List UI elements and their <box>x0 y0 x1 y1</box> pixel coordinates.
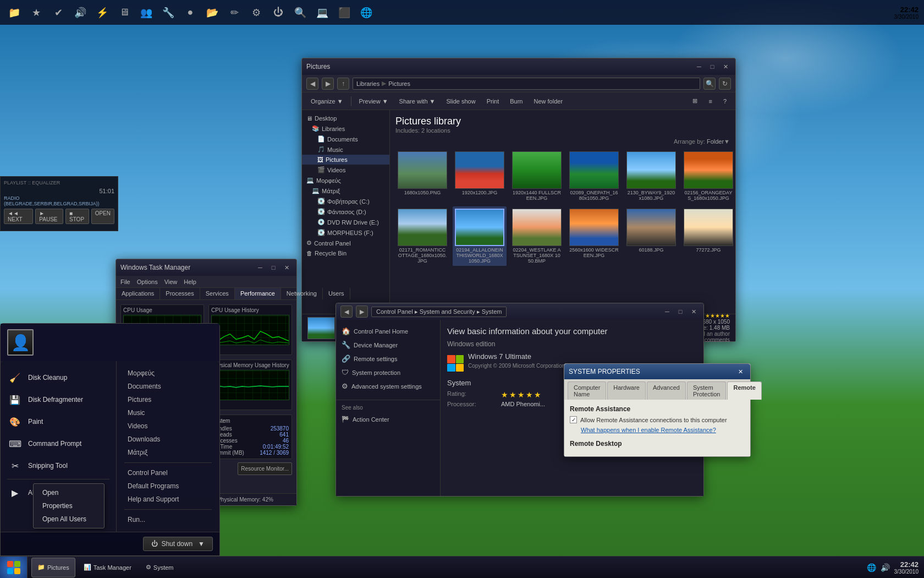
forward-button[interactable]: ▶ <box>322 78 334 90</box>
cp-forward-button[interactable]: ▶ <box>356 306 368 318</box>
photo-item[interactable]: 02204_WESTLAKE ATSUNSET_1680X 1050.BMP <box>510 206 564 266</box>
audio-pause-btn[interactable]: ► PAUSE <box>35 209 63 224</box>
start-button[interactable] <box>0 557 28 579</box>
cp-sidebar-system-protection[interactable]: 🛡 System protection <box>336 366 440 379</box>
toolbar-icon-power[interactable]: ⏻ <box>270 4 287 21</box>
start-right-help[interactable]: Help and Support <box>124 493 212 506</box>
details-button[interactable]: ≡ <box>704 96 716 106</box>
taskbar-app-explorer[interactable]: 📁 Pictures <box>31 558 75 577</box>
start-right-matrix[interactable]: Μάτριξ <box>124 446 212 459</box>
tm-tab-applications[interactable]: Applications <box>116 288 160 299</box>
tm-maximize-button[interactable]: □ <box>268 263 279 272</box>
help-button[interactable]: ? <box>719 96 731 106</box>
preview-button[interactable]: Preview ▼ <box>355 96 393 106</box>
minimize-button[interactable]: ─ <box>694 62 705 71</box>
remote-assistance-link[interactable]: What happens when I enable Remote Assist… <box>581 427 745 433</box>
toolbar-icon-monitor[interactable]: 🖥 <box>116 4 133 21</box>
photo-item[interactable]: 924x578.PNG <box>395 149 449 203</box>
sp-close[interactable]: ✕ <box>735 367 746 376</box>
start-item-snipping-tool[interactable]: ✂ Snipping Tool <box>1 455 116 477</box>
toolbar-icon-folder[interactable]: 📁 <box>6 4 23 21</box>
tm-minimize-button[interactable]: ─ <box>255 263 266 272</box>
refresh-button[interactable]: ↻ <box>719 78 731 90</box>
tm-menu-view[interactable]: View <box>164 279 178 285</box>
burn-button[interactable]: Burn <box>505 96 527 106</box>
toolbar-icon-check[interactable]: ✔ <box>50 4 67 21</box>
cp-action-center[interactable]: 🏁 Action Center <box>342 413 440 426</box>
sidebar-matrix[interactable]: 💻 Μάτριξ <box>302 186 389 196</box>
sidebar-documents[interactable]: 📄 Documents <box>302 134 389 144</box>
maximize-button[interactable]: □ <box>707 62 718 71</box>
sidebar-pictures[interactable]: 🖼 Pictures <box>302 155 389 165</box>
close-button[interactable]: ✕ <box>720 62 731 71</box>
context-properties[interactable]: Properties <box>34 499 104 512</box>
toolbar-icon-disc[interactable]: ● <box>182 4 199 21</box>
cp-sidebar-device-manager[interactable]: 🔧 Device Manager <box>336 338 440 352</box>
up-button[interactable]: ↑ <box>337 78 349 90</box>
breadcrumb-bar[interactable]: Libraries ▶ Pictures <box>353 78 700 90</box>
tm-menu-help[interactable]: Help <box>184 279 196 285</box>
context-open-all-users[interactable]: Open All Users <box>34 512 104 526</box>
tm-menu-file[interactable]: File <box>120 279 130 285</box>
sidebar-recycle-bin[interactable]: 🗑 Recycle Bin <box>302 248 389 258</box>
share-button[interactable]: Share with ▼ <box>395 96 440 106</box>
sp-tab-remote[interactable]: Remote <box>727 381 761 400</box>
cp-maximize[interactable]: □ <box>675 307 686 316</box>
sidebar-libraries[interactable]: 📚 Libraries <box>302 123 389 134</box>
start-right-morpheus[interactable]: Μορφεύς <box>124 367 212 380</box>
tm-menu-options[interactable]: Options <box>137 279 158 285</box>
arrange-value[interactable]: Folder <box>707 138 724 145</box>
sp-tab-system-protection[interactable]: System Protection <box>687 381 727 400</box>
photo-item-selected[interactable]: 02194_ALLALONEIN THISWORLD_1680X 1050.JP… <box>453 206 507 266</box>
start-item-paint[interactable]: 🎨 Paint <box>1 411 116 433</box>
start-right-default-programs[interactable]: Default Programs <box>124 479 212 493</box>
audio-open-btn[interactable]: OPEN <box>91 209 114 224</box>
new-folder-button[interactable]: New folder <box>530 96 568 106</box>
start-right-music[interactable]: Music <box>124 406 212 419</box>
start-right-pictures[interactable]: Pictures <box>124 393 212 406</box>
sidebar-music[interactable]: 🎵 Music <box>302 144 389 155</box>
cp-sidebar-advanced[interactable]: ⚙ Advanced system settings <box>336 379 440 393</box>
sp-tab-hardware[interactable]: Hardware <box>607 381 646 400</box>
cp-minimize[interactable]: ─ <box>662 307 673 316</box>
start-item-command-prompt[interactable]: ⌨ Command Prompt <box>1 433 116 455</box>
tm-tab-users[interactable]: Users <box>323 288 350 299</box>
cp-sidebar-home[interactable]: 🏠 Control Panel Home <box>336 324 440 338</box>
toolbar-icon-users[interactable]: 👥 <box>138 4 155 21</box>
photo-item[interactable]: 02156_ORANGEDAYS_1680x1050.JPG <box>681 149 735 203</box>
toolbar-icon-star[interactable]: ★ <box>28 4 45 21</box>
toolbar-icon-globe[interactable]: 🌐 <box>358 4 375 21</box>
shutdown-button[interactable]: ⏻ Shut down ▼ <box>143 537 213 551</box>
start-item-disk-defrag[interactable]: 💾 Disk Defragmenter <box>1 389 116 411</box>
photo-item[interactable]: 1920x1200.JPG <box>453 149 507 203</box>
photo-item[interactable]: 2130_BYWAY9_1920x1080.JPG <box>624 149 678 203</box>
sidebar-drive-d[interactable]: 💽 Φάντασος (D:) <box>302 206 389 217</box>
toolbar-icon-black[interactable]: ⬛ <box>336 4 353 21</box>
start-right-control-panel[interactable]: Control Panel <box>124 466 212 479</box>
toolbar-icon-pen[interactable]: ✏ <box>226 4 243 21</box>
start-right-videos[interactable]: Videos <box>124 419 212 433</box>
cp-back-button[interactable]: ◀ <box>340 306 353 318</box>
taskbar-app-taskmanager[interactable]: 📊 Task Manager <box>78 558 138 577</box>
view-icon-button[interactable]: ⊞ <box>688 96 702 106</box>
tm-tab-performance[interactable]: Performance <box>235 288 281 299</box>
cp-sidebar-remote-settings[interactable]: 🔗 Remote settings <box>336 352 440 366</box>
resource-monitor-button[interactable]: Resource Monitor... <box>238 462 292 475</box>
toolbar-icon-bolt[interactable]: ⚡ <box>94 4 111 21</box>
sidebar-dvd[interactable]: 💿 DVD RW Drive (E:) <box>302 217 389 227</box>
sidebar-control-panel[interactable]: ⚙ Control Panel <box>302 238 389 248</box>
toolbar-icon-files[interactable]: 📂 <box>204 4 221 21</box>
sidebar-morpheus-f[interactable]: 💽 MORPHEUS (F:) <box>302 227 389 238</box>
sp-tab-computer-name[interactable]: Computer Name <box>568 381 606 400</box>
photo-item[interactable]: 2560x1600 WIDESCREEN.JPG <box>567 206 621 266</box>
start-item-disk-cleanup[interactable]: 🧹 Disk Cleanup <box>1 367 116 389</box>
cp-close[interactable]: ✕ <box>688 307 699 316</box>
taskbar-clock[interactable]: 22:42 3/30/2010 <box>894 560 919 575</box>
photo-item[interactable]: 60188.JPG <box>624 206 678 266</box>
toolbar-icon-gear[interactable]: ⚙ <box>248 4 265 21</box>
audio-next-btn[interactable]: ◄◄ NEXT <box>4 209 33 224</box>
taskbar-app-control-panel[interactable]: ⚙ System <box>140 558 180 577</box>
tm-tab-processes[interactable]: Processes <box>160 288 200 299</box>
tm-close-button[interactable]: ✕ <box>281 263 292 272</box>
sp-tab-advanced[interactable]: Advanced <box>647 381 686 400</box>
